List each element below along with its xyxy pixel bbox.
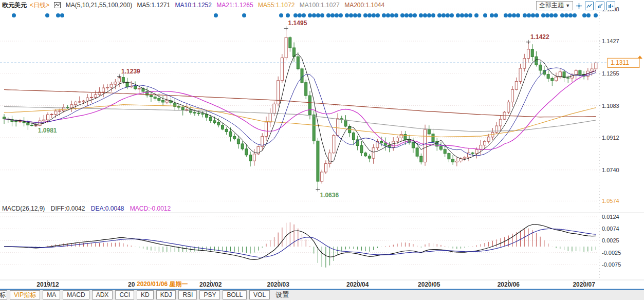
tab-macd[interactable]: MACD	[63, 290, 89, 299]
svg-text:1.0636: 1.0636	[320, 192, 339, 199]
tab-settings[interactable]: 设置	[272, 291, 292, 299]
tab-psy[interactable]: PSY	[199, 290, 220, 299]
pan-icon[interactable]	[575, 2, 583, 10]
svg-text:2020/02: 2020/02	[199, 281, 222, 288]
expand-right-icon[interactable]	[606, 2, 615, 10]
svg-text:-0.0075: -0.0075	[602, 261, 621, 268]
axes-layer: 1.15981.14271.12551.10831.09121.07401.05…	[36, 6, 621, 288]
svg-text:1.0740: 1.0740	[602, 167, 619, 173]
tab-boll[interactable]: BOLL	[223, 290, 247, 299]
ma10-value: MA10:1.1252	[175, 2, 212, 9]
candles-layer	[3, 28, 597, 190]
svg-text:1.1311: 1.1311	[611, 59, 629, 66]
svg-text:2020/03: 2020/03	[267, 281, 289, 288]
tab-adx[interactable]: ADX	[92, 290, 113, 299]
svg-text:1.1239: 1.1239	[121, 68, 140, 75]
macd-header: MACD(26,12,9) DIFF:0.0042 DEA:0.0048 MAC…	[2, 205, 175, 212]
macd-settings-label: MACD(26,12,9)	[2, 205, 45, 212]
trading-app-window: 1.13111.09811.12391.14951.06361.14221.15…	[0, 0, 644, 300]
svg-text:1.0574: 1.0574	[602, 198, 619, 204]
svg-text:1.1422: 1.1422	[530, 33, 549, 41]
gridlines-layer	[0, 9, 644, 280]
svg-text:1.0912: 1.0912	[602, 135, 619, 141]
svg-text:2020/06: 2020/06	[498, 281, 520, 288]
svg-text:1.1495: 1.1495	[288, 20, 307, 27]
macd-layer	[4, 222, 596, 268]
tab-kd[interactable]: KD	[137, 290, 154, 299]
pane-layout-icon[interactable]	[596, 2, 604, 10]
diff-value: DIFF:0.0042	[51, 205, 85, 212]
ma5-value: MA5:1.1271	[137, 2, 170, 9]
tab-vip-indicator[interactable]: VIP指标	[10, 290, 40, 299]
svg-text:2020/04: 2020/04	[346, 281, 369, 288]
svg-text:1.1255: 1.1255	[602, 70, 619, 77]
crosshair-date-tooltip: 2020/01/06 星期一	[135, 280, 189, 288]
event-markers-layer[interactable]	[12, 13, 598, 17]
tab-vol[interactable]: VOL	[249, 290, 270, 299]
macd-value: MACD:-0.0012	[130, 205, 171, 212]
price-chart[interactable]: 1.13111.09811.12391.14951.06361.14221.15…	[0, 0, 644, 289]
theme-dropdown[interactable]: 全部主题 ▼	[536, 1, 573, 10]
tab-cci[interactable]: CCI	[115, 290, 134, 299]
current-price-tag: 1.1311	[608, 58, 639, 67]
candlestick-icon	[54, 2, 61, 10]
symbol-name: 欧元美元	[2, 2, 27, 9]
ma100-value: MA100:1.1027	[300, 2, 340, 9]
zoom-chart-icon[interactable]	[585, 2, 594, 10]
indicator-tabbar: 指标 VIP指标 MA MACD ADX CCI KD KDJ RSI PSY …	[0, 289, 644, 300]
tab-ma[interactable]: MA	[43, 290, 60, 299]
svg-text:1.1427: 1.1427	[602, 38, 619, 44]
tab-indicator-partial[interactable]: 指标	[0, 290, 7, 299]
tab-kdj[interactable]: KDJ	[156, 290, 176, 299]
chart-header: 欧元美元<日线> MA(5,10,21,55,100,200) MA5:1.12…	[2, 1, 388, 9]
ma200-value: MA200:1.1044	[344, 2, 384, 9]
ma-settings-label: MA(5,10,21,55,100,200)	[66, 2, 132, 9]
tab-rsi[interactable]: RSI	[178, 290, 197, 299]
chevron-down-icon: ▼	[565, 3, 570, 8]
svg-text:0.0074: 0.0074	[602, 226, 619, 232]
dea-value: DEA:0.0048	[91, 205, 124, 212]
svg-text:0.0025: 0.0025	[602, 237, 619, 243]
svg-text:2019/12: 2019/12	[36, 281, 59, 288]
timeframe-label: <日线>	[30, 2, 49, 9]
svg-text:-0.0025: -0.0025	[602, 250, 621, 256]
svg-text:0.0124: 0.0124	[602, 214, 619, 220]
theme-dropdown-label: 全部主题	[539, 2, 564, 9]
ma21-value: MA21:1.1265	[216, 2, 253, 9]
svg-text:1.0981: 1.0981	[38, 127, 57, 134]
svg-text:2020/05: 2020/05	[418, 281, 440, 288]
ma55-value: MA55:1.1072	[258, 2, 295, 9]
svg-text:2020/07: 2020/07	[573, 281, 595, 288]
chart-toolbar: 全部主题 ▼	[536, 1, 615, 10]
svg-text:1.1083: 1.1083	[602, 103, 619, 109]
